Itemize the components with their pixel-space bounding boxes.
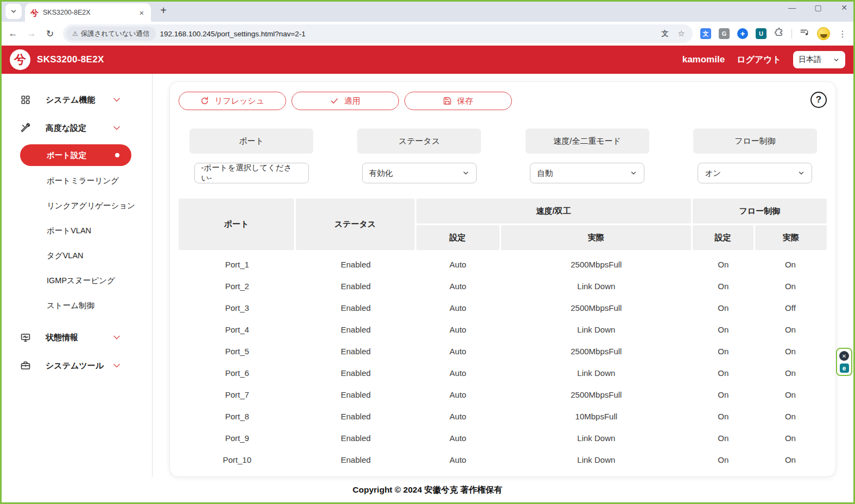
refresh-button[interactable]: リフレッシュ xyxy=(179,92,286,110)
sidebar-section-advanced-settings[interactable]: 高度な設定 xyxy=(0,114,152,142)
chevron-down-icon xyxy=(10,8,17,15)
tab-close-icon[interactable]: × xyxy=(137,8,147,17)
status-select[interactable]: 有効化 xyxy=(362,163,477,183)
table-cell: Enabled xyxy=(296,412,416,421)
table-cell: Link Down xyxy=(500,368,693,378)
back-button[interactable]: ← xyxy=(5,26,21,41)
table-cell: On xyxy=(754,347,827,356)
table-cell: On xyxy=(754,390,827,399)
header-speed-config: 設定 xyxy=(416,225,499,250)
status-select-value: 有効化 xyxy=(369,168,393,178)
flow-control-select[interactable]: オン xyxy=(698,163,812,183)
table-cell: On xyxy=(693,412,754,421)
port-select-placeholder: -ポートを選択してください- xyxy=(201,163,302,183)
speed-duplex-select[interactable]: 自動 xyxy=(530,163,644,183)
chevron-down-icon xyxy=(797,169,805,177)
reload-button[interactable]: ↻ xyxy=(42,26,58,41)
check-icon xyxy=(330,97,339,105)
translate-extension-icon[interactable]: 文 xyxy=(700,28,711,39)
bookmark-star-icon[interactable]: ☆ xyxy=(675,29,687,39)
sidebar-subitem[interactable]: タグVLAN xyxy=(0,243,152,268)
copyright-text: Copyright © 2024 安徽兮克 著作権保有 xyxy=(353,484,503,496)
table-cell: Auto xyxy=(416,325,500,334)
sidebar-section-system-tools[interactable]: システムツール xyxy=(0,352,152,380)
sidebar-subitem[interactable]: ポートミラーリング xyxy=(0,168,152,193)
table-cell: Auto xyxy=(416,390,500,399)
address-bar[interactable]: ⚠ 保護されていない通信 192.168.100.245/port_settin… xyxy=(63,24,693,43)
circle-extension-icon[interactable]: ✚ xyxy=(737,28,748,39)
table-cell: Port_8 xyxy=(179,412,296,421)
widget-e-icon[interactable]: e xyxy=(840,363,849,373)
sidebar-section-system-functions[interactable]: システム機能 xyxy=(0,86,152,114)
table-row: Port_9EnabledAutoLink DownOnOn xyxy=(179,427,827,449)
sidebar-section-label: システム機能 xyxy=(46,95,95,105)
extensions-puzzle-icon[interactable] xyxy=(774,28,784,40)
logout-button[interactable]: ログアウト xyxy=(737,54,781,66)
sidebar-subitem[interactable]: ポート設定 xyxy=(20,144,131,166)
security-chip[interactable]: ⚠ 保護されていない通信 xyxy=(66,27,156,41)
chevron-down-icon xyxy=(111,332,122,343)
shield-extension-icon[interactable]: U xyxy=(756,28,767,39)
active-indicator-dot xyxy=(115,153,119,157)
table-cell: On xyxy=(754,455,827,464)
sidebar-section-label: 状態情報 xyxy=(46,333,78,343)
table-cell: Enabled xyxy=(296,433,416,443)
chevron-down-icon xyxy=(833,56,840,63)
table-cell: Port_5 xyxy=(179,347,296,356)
table-cell: 2500MbpsFull xyxy=(500,390,693,399)
port-select-input[interactable]: -ポートを選択してください- xyxy=(194,163,309,183)
chevron-down-icon xyxy=(111,123,122,133)
sidebar-subitem[interactable]: IGMPスヌーピング xyxy=(0,268,152,293)
minimize-button[interactable]: — xyxy=(787,3,797,12)
browser-tab[interactable]: 兮 SKS3200-8E2X × xyxy=(25,3,151,22)
save-button-label: 保存 xyxy=(457,96,473,106)
table-cell: Port_6 xyxy=(179,368,296,378)
language-select[interactable]: 日本語 xyxy=(793,51,845,68)
port-table-body: Port_1EnabledAuto2500MbpsFullOnOnPort_2E… xyxy=(179,253,827,470)
header-flow-config: 設定 xyxy=(693,225,753,250)
table-cell: Port_3 xyxy=(179,303,296,312)
tab-search-button[interactable] xyxy=(5,4,22,19)
save-button[interactable]: 保存 xyxy=(404,92,512,110)
sidebar-section-status-info[interactable]: 状態情報 xyxy=(0,323,152,352)
translate-page-icon[interactable]: 文 xyxy=(659,29,671,39)
table-cell: On xyxy=(754,368,827,378)
header-speed-actual: 実際 xyxy=(501,225,691,250)
sidebar-subitem[interactable]: リンクアグリゲーション xyxy=(0,193,152,218)
sidebar-subitem[interactable]: ポートVLAN xyxy=(0,218,152,243)
table-row: Port_8EnabledAuto10MbpsFullOnOn xyxy=(179,405,827,427)
maximize-button[interactable]: ▢ xyxy=(813,3,824,12)
chevron-down-icon xyxy=(111,94,122,105)
table-cell: Auto xyxy=(416,347,500,356)
browser-menu-icon[interactable]: ⋮ xyxy=(838,29,847,39)
toolbox-icon xyxy=(21,361,30,371)
media-playlist-icon[interactable] xyxy=(800,28,809,40)
header-flow-control-group: フロー制御 xyxy=(693,199,827,224)
table-cell: On xyxy=(693,325,754,334)
widget-close-icon[interactable]: ✕ xyxy=(839,351,849,361)
table-cell: Auto xyxy=(416,455,500,464)
table-cell: On xyxy=(754,260,827,269)
new-tab-button[interactable]: + xyxy=(156,3,170,17)
filters-row: ポート -ポートを選択してください- ステータス 有効化 速度/全二重モード 自 xyxy=(179,129,827,183)
table-cell: Link Down xyxy=(500,433,693,443)
url-text[interactable]: 192.168.100.245/port_settings.html?nav=2… xyxy=(160,30,655,38)
forward-button[interactable]: → xyxy=(24,26,39,41)
close-button[interactable]: ✕ xyxy=(839,3,850,12)
apply-button[interactable]: 適用 xyxy=(292,92,399,110)
table-cell: Port_10 xyxy=(179,455,296,464)
toolbar-separator xyxy=(791,29,792,39)
g-extension-icon[interactable]: G xyxy=(719,28,730,39)
filter-port-label: ポート xyxy=(189,129,313,154)
filter-flow-control-label: フロー制御 xyxy=(693,129,817,154)
sidebar-section-label: システムツール xyxy=(46,361,104,371)
sidebar-subitem[interactable]: ストーム制御 xyxy=(0,293,152,318)
table-row: Port_6EnabledAutoLink DownOnOn xyxy=(179,362,827,384)
sidebar-subitem-label: タグVLAN xyxy=(47,251,84,261)
table-cell: Enabled xyxy=(296,325,416,334)
profile-avatar[interactable] xyxy=(817,27,830,40)
help-icon[interactable]: ? xyxy=(810,92,827,108)
table-cell: Port_1 xyxy=(179,260,296,269)
header-flow-actual: 実際 xyxy=(755,225,827,250)
browser-toolbar: ← → ↻ ⚠ 保護されていない通信 192.168.100.245/port_… xyxy=(0,22,855,46)
